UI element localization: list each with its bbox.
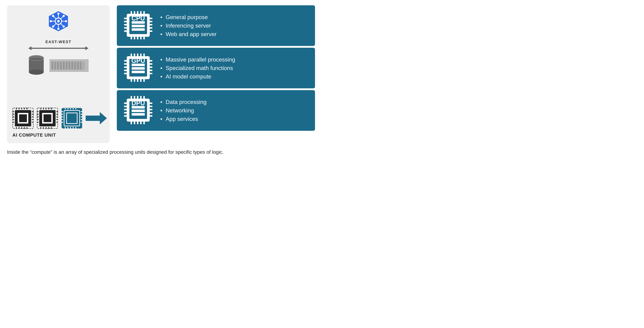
dashed-chip-2 [37,108,58,130]
dpu-card: DPU Data processing Networking App servi… [117,90,315,131]
svg-rect-69 [46,108,46,109]
cpu-bullets: General purpose Inferencing server Web a… [160,13,216,38]
arrow-right-large [86,111,107,126]
gpu-bullet-1: Massive parallel processing [160,55,235,64]
svg-rect-79 [37,117,38,117]
svg-rect-55 [12,117,14,117]
svg-rect-112 [81,117,82,117]
svg-rect-67 [40,108,41,109]
svg-rect-70 [48,108,49,109]
svg-rect-179 [134,121,135,124]
svg-rect-151 [143,54,145,57]
svg-rect-145 [132,67,145,70]
svg-rect-72 [40,127,41,129]
svg-rect-156 [143,79,145,82]
svg-point-17 [63,15,65,17]
svg-rect-190 [149,109,152,110]
svg-point-18 [52,25,54,27]
svg-rect-136 [149,18,152,19]
cpu-chip-icon: CPU [123,10,153,41]
svg-rect-129 [140,36,142,39]
svg-rect-68 [43,108,44,109]
svg-rect-122 [134,11,135,14]
svg-point-12 [57,28,60,30]
dpu-bullet-2: Networking [160,106,206,115]
svg-point-13 [50,20,52,22]
svg-rect-104 [76,127,76,129]
svg-rect-20 [31,48,86,49]
gpu-chip-icon: GPU [123,53,153,83]
svg-rect-66 [44,114,51,122]
gpu-bullet-3: AI model compute [160,72,235,81]
svg-point-11 [57,12,60,15]
svg-rect-178 [130,121,132,124]
svg-rect-137 [149,21,152,22]
svg-point-14 [65,20,67,22]
svg-rect-76 [51,127,52,129]
svg-rect-57 [12,122,14,123]
svg-rect-95 [65,108,66,109]
svg-rect-159 [124,66,127,68]
svg-point-15 [52,15,54,17]
svg-rect-105 [62,111,63,112]
svg-rect-128 [137,36,138,39]
svg-rect-29 [57,61,59,70]
svg-rect-148 [134,54,135,57]
svg-rect-85 [56,119,58,120]
svg-rect-146 [132,71,145,73]
storage-rack-row [12,54,104,77]
svg-rect-100 [65,127,66,129]
svg-rect-34 [71,61,73,70]
svg-rect-102 [70,127,71,129]
svg-rect-189 [149,106,152,107]
svg-rect-191 [149,112,152,114]
svg-rect-42 [19,114,27,122]
dpu-bullet-1: Data processing [160,98,206,106]
svg-rect-120 [132,28,145,31]
svg-rect-46 [24,108,25,109]
svg-rect-160 [124,70,127,71]
kubernetes-logo [48,10,69,36]
svg-rect-81 [37,122,38,123]
svg-point-16 [63,25,65,27]
right-panel: CPU General purpose Inferencing server W… [117,5,315,131]
svg-rect-74 [46,127,46,129]
svg-rect-77 [37,111,38,112]
svg-rect-87 [62,108,82,129]
svg-rect-131 [124,18,127,19]
svg-rect-59 [32,114,34,115]
svg-rect-54 [12,114,14,115]
svg-rect-32 [66,61,68,70]
svg-rect-51 [24,127,25,129]
svg-text:GPU: GPU [131,57,145,64]
dashed-chip-1 [12,108,34,130]
svg-rect-98 [73,108,74,109]
east-west-section: EAST-WEST [12,40,104,84]
svg-rect-73 [43,127,44,129]
svg-rect-147 [130,54,132,57]
svg-rect-127 [134,36,135,39]
svg-rect-44 [18,108,20,109]
svg-rect-99 [76,108,76,109]
dpu-bullets: Data processing Networking App services [160,98,206,123]
svg-rect-37 [80,61,82,70]
cpu-bullet-3: Web and app server [160,30,216,38]
svg-marker-19 [28,46,32,50]
svg-rect-53 [12,111,14,112]
cpu-bullet-2: Inferencing server [160,21,216,30]
svg-rect-114 [81,122,82,123]
svg-rect-50 [21,127,22,129]
svg-rect-176 [140,96,142,99]
svg-rect-33 [68,61,70,70]
main-layout: EAST-WEST [7,5,315,143]
svg-marker-115 [86,112,107,124]
svg-rect-28 [54,61,56,70]
gpu-bullets: Massive parallel processing Specialized … [160,55,235,81]
svg-point-2 [57,20,60,22]
svg-rect-27 [51,61,54,70]
rack-unit [50,59,88,72]
svg-rect-134 [124,27,127,29]
compute-unit-section: AI COMPUTE UNIT [12,108,104,138]
svg-rect-173 [130,96,132,99]
svg-rect-153 [134,79,135,82]
